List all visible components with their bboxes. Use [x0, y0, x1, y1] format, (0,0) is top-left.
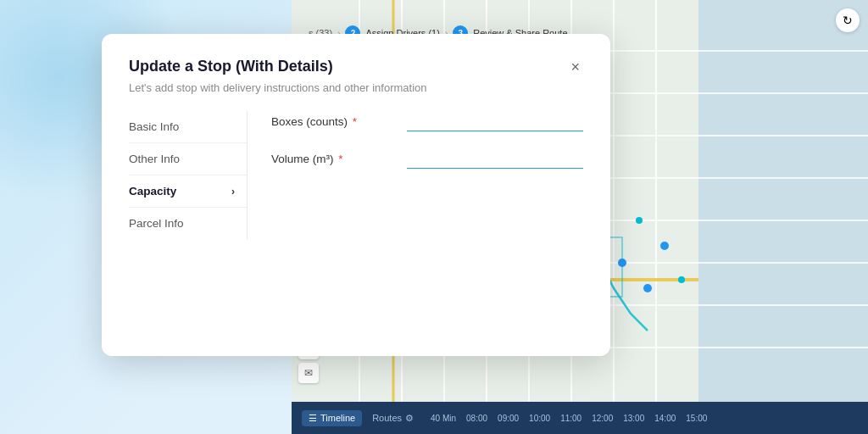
sidebar-tabs: Basic Info Other Info Capacity › Parcel …: [129, 111, 248, 239]
tab-basic-info-label: Basic Info: [129, 120, 179, 133]
modal-body: Basic Info Other Info Capacity › Parcel …: [129, 111, 583, 239]
modal-subtitle: Let's add stop with delivery instruction…: [129, 81, 583, 94]
modal-overlay: Update a Stop (With Details) × Let's add…: [0, 0, 868, 434]
modal-header: Update a Stop (With Details) ×: [129, 58, 583, 76]
boxes-input[interactable]: [407, 111, 583, 131]
tab-parcel-info-label: Parcel Info: [129, 217, 184, 230]
tab-capacity-label: Capacity: [129, 185, 176, 198]
tab-other-info[interactable]: Other Info: [129, 143, 247, 175]
tab-basic-info[interactable]: Basic Info: [129, 111, 247, 143]
tab-other-info-label: Other Info: [129, 153, 180, 165]
volume-label: Volume (m³) *: [271, 153, 407, 165]
volume-input[interactable]: [407, 148, 583, 169]
form-content: Boxes (counts) * Volume (m³) *: [248, 111, 583, 239]
tab-capacity-chevron: ›: [231, 186, 235, 198]
tab-parcel-info[interactable]: Parcel Info: [129, 208, 247, 239]
modal-dialog: Update a Stop (With Details) × Let's add…: [102, 34, 610, 356]
volume-required: *: [338, 153, 342, 165]
tab-capacity[interactable]: Capacity ›: [129, 175, 247, 208]
boxes-required: *: [353, 115, 357, 128]
boxes-label: Boxes (counts) *: [271, 115, 407, 128]
modal-close-button[interactable]: ×: [567, 58, 583, 76]
form-row-volume: Volume (m³) *: [271, 148, 583, 169]
modal-title: Update a Stop (With Details): [129, 58, 333, 75]
form-row-boxes: Boxes (counts) *: [271, 111, 583, 131]
